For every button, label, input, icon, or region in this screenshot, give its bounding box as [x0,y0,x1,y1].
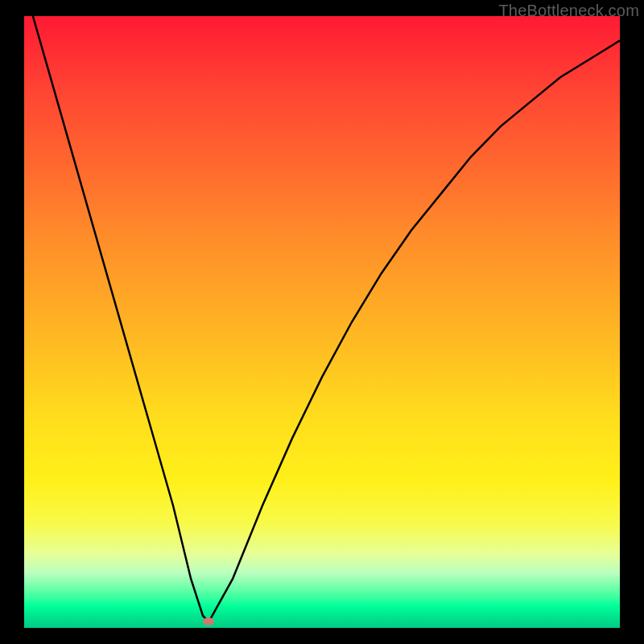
watermark-text: TheBottleneck.com [498,2,639,20]
chart-frame: TheBottleneck.com [0,0,644,644]
curve-layer [24,16,620,628]
bottleneck-curve [24,16,620,621]
